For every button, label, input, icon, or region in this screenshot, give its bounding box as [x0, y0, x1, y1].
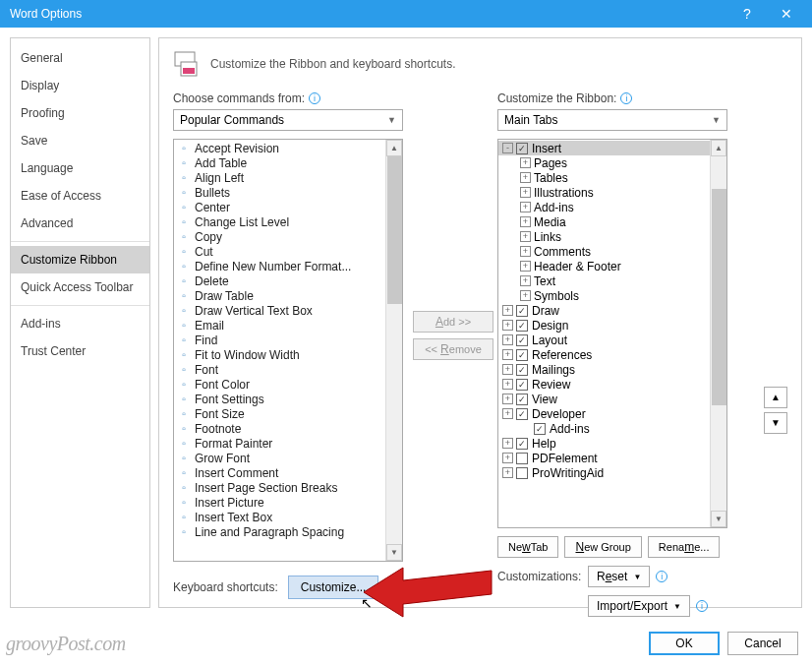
sidebar-item-trust-center[interactable]: Trust Center — [11, 337, 149, 365]
tree-item[interactable]: +Links — [498, 229, 726, 244]
checkbox[interactable]: ✓ — [516, 334, 528, 346]
commands-from-dropdown[interactable]: Popular Commands▼ — [173, 109, 403, 131]
move-up-button[interactable]: ▲ — [764, 387, 787, 408]
checkbox[interactable]: ✓ — [516, 438, 528, 450]
remove-button[interactable]: << Remove — [413, 338, 493, 360]
tree-item[interactable]: +✓Design — [498, 318, 726, 333]
command-item[interactable]: ▫Font Size▸ — [174, 406, 402, 421]
sidebar-item-customize-ribbon[interactable]: Customize Ribbon — [11, 246, 149, 273]
tree-item[interactable]: +Text — [498, 273, 726, 288]
tree-item[interactable]: +Pages — [498, 155, 726, 170]
command-item[interactable]: ▫Font Color▸ — [174, 377, 402, 392]
tree-item[interactable]: +✓Help — [498, 436, 726, 451]
scroll-thumb[interactable] — [387, 156, 402, 304]
ribbon-tree[interactable]: -✓Insert+Pages+Tables+Illustrations+Add-… — [497, 139, 727, 528]
checkbox[interactable]: ✓ — [516, 305, 528, 317]
expand-icon[interactable]: + — [502, 394, 513, 404]
tree-item[interactable]: +Header & Footer — [498, 259, 726, 273]
expand-icon[interactable]: + — [502, 349, 513, 360]
expand-icon[interactable]: + — [520, 246, 531, 257]
tree-item[interactable]: +PDFelement — [498, 451, 726, 465]
command-item[interactable]: ▫Draw Vertical Text Box — [174, 303, 402, 318]
checkbox[interactable]: ✓ — [516, 320, 528, 332]
expand-icon[interactable]: + — [520, 187, 531, 198]
checkbox[interactable] — [516, 453, 528, 464]
tree-item[interactable]: +Illustrations — [498, 185, 726, 200]
commands-listbox[interactable]: ▫Accept Revision▫Add Table▸▫Align Left▫B… — [173, 139, 403, 562]
expand-icon[interactable]: + — [520, 172, 531, 183]
expand-icon[interactable]: + — [520, 157, 531, 168]
scroll-down-button[interactable]: ▼ — [711, 511, 726, 527]
close-button[interactable]: ✕ — [767, 6, 806, 22]
expand-icon[interactable]: + — [502, 364, 513, 375]
new-group-button[interactable]: New Group — [564, 536, 641, 558]
command-item[interactable]: ▫Footnote — [174, 421, 402, 436]
expand-icon[interactable]: + — [520, 202, 531, 212]
tree-item[interactable]: +Comments — [498, 244, 726, 259]
info-icon[interactable]: i — [309, 92, 320, 104]
info-icon[interactable]: i — [656, 571, 667, 582]
command-item[interactable]: ▫Grow Font — [174, 451, 402, 465]
tree-item[interactable]: +✓Draw — [498, 303, 726, 318]
command-item[interactable]: ▫Change List Level▸ — [174, 214, 402, 229]
command-item[interactable]: ▫Draw Table — [174, 288, 402, 303]
expand-icon[interactable]: - — [502, 143, 513, 153]
sidebar-item-proofing[interactable]: Proofing — [11, 99, 149, 127]
new-tab-button[interactable]: New Tab — [497, 536, 558, 558]
ribbon-dropdown[interactable]: Main Tabs▼ — [497, 109, 727, 131]
sidebar-item-add-ins[interactable]: Add-ins — [11, 310, 149, 337]
expand-icon[interactable]: + — [502, 320, 513, 331]
scrollbar[interactable]: ▲ ▼ — [710, 140, 726, 527]
expand-icon[interactable]: + — [520, 216, 531, 227]
command-item[interactable]: ▫Insert Text Box — [174, 510, 402, 524]
command-item[interactable]: ▫Font Settings — [174, 392, 402, 406]
command-item[interactable]: ▫Fit to Window Width — [174, 347, 402, 362]
expand-icon[interactable]: + — [520, 261, 531, 272]
import-export-dropdown[interactable]: Import/Export▼ — [588, 595, 690, 617]
scroll-up-button[interactable]: ▲ — [386, 140, 402, 156]
expand-icon[interactable]: + — [520, 290, 531, 301]
tree-item[interactable]: +✓View — [498, 392, 726, 406]
scroll-down-button[interactable]: ▼ — [386, 544, 402, 561]
tree-item[interactable]: +ProWritingAid — [498, 465, 726, 480]
command-item[interactable]: ▫Format Painter — [174, 436, 402, 451]
command-item[interactable]: ▫Cut — [174, 244, 402, 259]
checkbox[interactable]: ✓ — [516, 408, 528, 420]
command-item[interactable]: ▫Add Table▸ — [174, 155, 402, 170]
tree-item[interactable]: +✓References — [498, 347, 726, 362]
sidebar-item-advanced[interactable]: Advanced — [11, 210, 149, 237]
expand-icon[interactable]: + — [502, 408, 513, 419]
help-button[interactable]: ? — [727, 6, 767, 22]
command-item[interactable]: ▫Find — [174, 333, 402, 347]
command-item[interactable]: ▫Insert Picture — [174, 495, 402, 510]
add-button[interactable]: Add >> — [413, 311, 493, 333]
tree-item[interactable]: +Media — [498, 214, 726, 229]
info-icon[interactable]: i — [696, 600, 708, 612]
checkbox[interactable]: ✓ — [516, 143, 528, 154]
checkbox[interactable]: ✓ — [516, 379, 528, 391]
tree-item[interactable]: +✓Developer — [498, 406, 726, 421]
info-icon[interactable]: i — [620, 92, 632, 104]
checkbox[interactable]: ✓ — [516, 349, 528, 361]
ok-button[interactable]: OK — [649, 632, 720, 655]
command-item[interactable]: ▫Line and Paragraph Spacing▸ — [174, 524, 402, 539]
move-down-button[interactable]: ▼ — [764, 412, 787, 434]
command-item[interactable]: ▫Define New Number Format... — [174, 259, 402, 273]
tree-item[interactable]: +✓Layout — [498, 333, 726, 347]
expand-icon[interactable]: + — [520, 275, 531, 286]
expand-icon[interactable]: + — [520, 231, 531, 242]
reset-dropdown[interactable]: Reset▼ — [588, 566, 650, 587]
command-item[interactable]: ▫Insert Page Section Breaks▸ — [174, 480, 402, 495]
expand-icon[interactable]: + — [502, 379, 513, 390]
tree-item[interactable]: +✓Mailings — [498, 362, 726, 377]
cancel-button[interactable]: Cancel — [727, 632, 798, 655]
command-item[interactable]: ▫Delete — [174, 273, 402, 288]
sidebar-item-general[interactable]: General — [11, 44, 149, 72]
command-item[interactable]: ▫Align Left — [174, 170, 402, 185]
command-item[interactable]: ▫Accept Revision — [174, 141, 402, 155]
customize-shortcuts-button[interactable]: Customize... — [288, 576, 379, 599]
command-item[interactable]: ▫Copy — [174, 229, 402, 244]
checkbox[interactable]: ✓ — [534, 423, 546, 435]
sidebar-item-display[interactable]: Display — [11, 72, 149, 99]
expand-icon[interactable]: + — [502, 467, 513, 478]
